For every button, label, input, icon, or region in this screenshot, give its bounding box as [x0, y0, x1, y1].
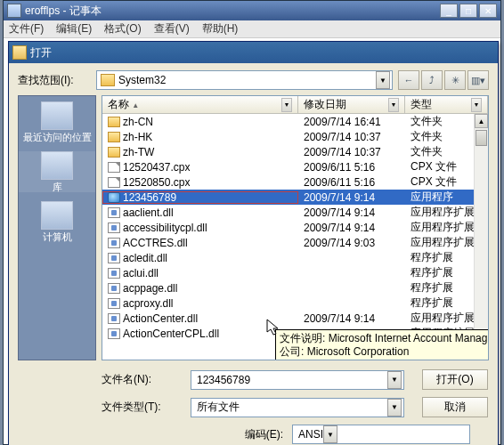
folder-icon — [108, 147, 120, 158]
scroll-up-button[interactable]: ▲ — [475, 114, 488, 128]
new-folder-button[interactable]: ✳ — [444, 70, 466, 90]
file-date: 2009/7/14 10:37 — [298, 131, 405, 143]
file-row[interactable]: acproxy.dll程序扩展 — [102, 295, 488, 311]
folder-icon — [101, 74, 115, 86]
places-bar: 最近访问的位置 库 计算机 — [18, 95, 96, 360]
file-date: 2009/6/11 5:16 — [298, 176, 405, 189]
file-row[interactable]: aaclient.dll2009/7/14 9:14应用程序扩展 — [102, 205, 488, 220]
menu-view[interactable]: 查看(V) — [154, 21, 190, 36]
look-in-combo[interactable]: System32 ▼ — [96, 70, 393, 90]
dialog-titlebar[interactable]: 打开 — [9, 42, 498, 63]
dll-icon — [108, 298, 120, 309]
file-row[interactable]: zh-CN2009/7/14 16:41文件夹 — [102, 114, 488, 129]
folder-icon — [108, 117, 120, 127]
file-date: 2009/7/14 9:14 — [298, 312, 405, 325]
file-date: 2009/7/14 9:03 — [298, 237, 405, 249]
file-date: 2009/6/11 5:16 — [298, 161, 405, 174]
file-name: ActionCenterCPL.dll — [123, 328, 219, 340]
chevron-down-icon[interactable]: ▼ — [471, 98, 482, 112]
dll-icon — [108, 253, 120, 263]
app-icon — [108, 192, 120, 203]
outer-title: erofflps - 记事本 — [25, 4, 440, 19]
look-in-value: System32 — [118, 74, 376, 86]
file-name: zh-CN — [123, 116, 153, 128]
file-row[interactable]: zh-HK2009/7/14 10:37文件夹 — [102, 129, 488, 144]
filename-label: 文件名(N): — [102, 372, 191, 387]
file-name: aaclient.dll — [123, 206, 174, 219]
chevron-down-icon[interactable]: ▼ — [281, 98, 292, 112]
libraries-icon — [41, 151, 73, 180]
recent-icon — [41, 101, 73, 130]
place-recent[interactable]: 最近访问的位置 — [19, 101, 95, 142]
file-name: acppage.dll — [123, 282, 177, 295]
folder-icon — [108, 132, 120, 142]
file-date: 2009/7/14 9:14 — [298, 191, 405, 204]
file-row[interactable]: 12520850.cpx2009/6/11 5:16CPX 文件 — [102, 174, 488, 190]
menu-file[interactable]: 文件(F) — [9, 21, 44, 36]
close-button[interactable]: ✕ — [479, 4, 497, 18]
dialog-title: 打开 — [30, 45, 52, 61]
file-row[interactable]: ACCTRES.dll2009/7/14 9:03应用程序扩展 — [102, 235, 488, 250]
minimize-button[interactable]: _ — [440, 4, 458, 18]
file-row[interactable]: zh-TW2009/7/14 10:37文件夹 — [102, 144, 488, 159]
file-name: acproxy.dll — [123, 297, 173, 310]
look-in-label: 查找范围(I): — [18, 73, 96, 88]
chevron-down-icon[interactable]: ▼ — [388, 98, 399, 112]
column-type[interactable]: 类型 ▼ — [405, 96, 488, 113]
open-folder-icon — [12, 45, 27, 60]
file-date: 2009/7/14 9:14 — [298, 206, 405, 219]
back-button[interactable]: ← — [398, 70, 419, 90]
file-row[interactable]: 1234567892009/7/14 9:14应用程序 — [102, 190, 488, 205]
menu-edit[interactable]: 编辑(E) — [56, 21, 92, 36]
file-date: 2009/7/14 9:14 — [298, 222, 405, 234]
file-row[interactable]: aclui.dll程序扩展 — [102, 265, 488, 280]
file-name: accessibilitycpl.dll — [123, 222, 207, 234]
filetype-label: 文件类型(T): — [102, 400, 191, 415]
maximize-button[interactable]: □ — [459, 4, 477, 18]
scroll-thumb[interactable] — [476, 130, 487, 146]
chevron-down-icon[interactable]: ▼ — [376, 71, 390, 89]
place-libraries[interactable]: 库 — [19, 151, 95, 192]
encoding-select[interactable]: ANSI ▼ — [292, 425, 470, 444]
scroll-track[interactable] — [475, 128, 488, 345]
views-button[interactable]: ▥▾ — [467, 70, 489, 90]
menu-format[interactable]: 格式(O) — [104, 21, 141, 36]
file-date: 2009/7/14 16:41 — [298, 116, 405, 128]
sort-asc-icon: ▲ — [132, 101, 139, 109]
file-name: 12520437.cpx — [123, 161, 190, 174]
file-name: acledit.dll — [123, 252, 167, 264]
filetype-select[interactable]: 所有文件 ▼ — [191, 398, 404, 417]
column-name[interactable]: 名称 ▲ ▼ — [102, 96, 298, 113]
menu-help[interactable]: 帮助(H) — [202, 21, 239, 36]
file-row[interactable]: accessibilitycpl.dll2009/7/14 9:14应用程序扩展 — [102, 220, 488, 235]
file-name: zh-TW — [123, 146, 154, 158]
list-header: 名称 ▲ ▼ 修改日期 ▼ 类型 ▼ — [102, 96, 488, 114]
file-row[interactable]: acppage.dll程序扩展 — [102, 280, 488, 295]
vertical-scrollbar[interactable]: ▲ ▼ — [474, 114, 488, 360]
column-date[interactable]: 修改日期 ▼ — [298, 96, 405, 113]
dll-icon — [108, 207, 120, 218]
file-name: ACCTRES.dll — [123, 237, 188, 249]
file-row[interactable]: ActionCenter.dll2009/7/14 9:14应用程序扩展 — [102, 311, 488, 326]
open-dialog: 打开 查找范围(I): System32 ▼ ← ⤴ ✳ ▥▾ 最近访问的位置 — [8, 41, 499, 445]
notepad-icon — [7, 4, 21, 18]
chevron-down-icon[interactable]: ▼ — [387, 371, 402, 389]
dll-icon — [108, 328, 120, 339]
encoding-label: 编码(E): — [230, 427, 283, 442]
file-name: 123456789 — [123, 191, 176, 204]
up-one-level-button[interactable]: ⤴ — [421, 70, 443, 90]
chevron-down-icon[interactable]: ▼ — [387, 399, 402, 417]
cancel-button[interactable]: 取消 — [422, 397, 488, 417]
chevron-down-icon[interactable]: ▼ — [323, 425, 337, 443]
filename-input[interactable]: 123456789 ▼ — [191, 370, 404, 390]
file-row[interactable]: acledit.dll程序扩展 — [102, 250, 488, 265]
open-button[interactable]: 打开(O) — [422, 369, 488, 390]
file-row[interactable]: 12520437.cpx2009/6/11 5:16CPX 文件 — [102, 159, 488, 174]
file-date: 2009/7/14 10:37 — [298, 146, 405, 158]
place-computer[interactable]: 计算机 — [19, 201, 95, 242]
dll-icon — [108, 268, 120, 279]
dll-icon — [108, 313, 120, 324]
file-name: ActionCenter.dll — [123, 312, 198, 325]
outer-titlebar[interactable]: erofflps - 记事本 _ □ ✕ — [4, 1, 500, 20]
dll-icon — [108, 222, 120, 233]
